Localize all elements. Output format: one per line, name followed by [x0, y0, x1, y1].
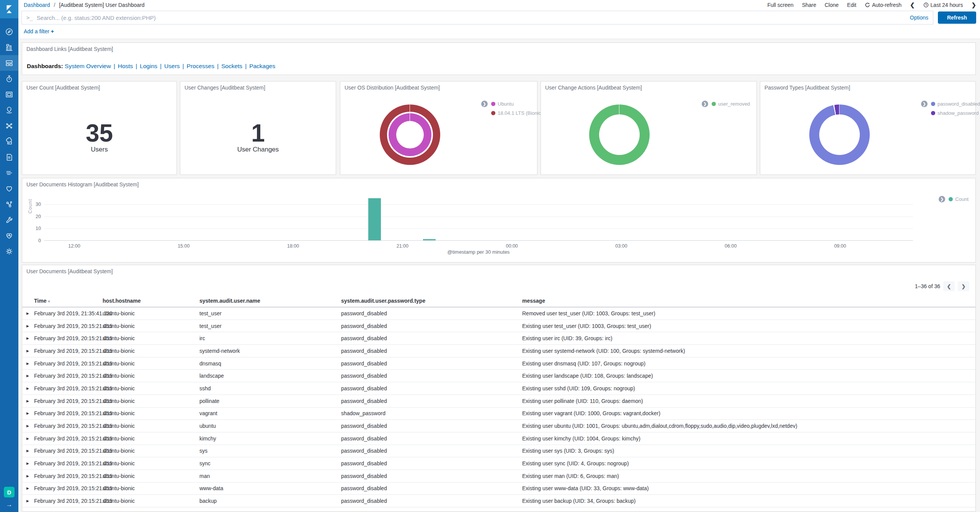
change-actions-donut[interactable] — [589, 104, 650, 165]
expand-row-icon[interactable]: ▶ — [26, 374, 29, 378]
sidebar-item-discover[interactable] — [0, 24, 18, 39]
table-row: ▶February 3rd 2019, 21:35:41.120ubuntu-b… — [22, 307, 975, 320]
time-range-picker[interactable]: Last 24 hours — [923, 2, 963, 8]
user-changes-label: User Changes — [180, 146, 336, 153]
collapse-nav-icon[interactable]: → — [0, 499, 18, 510]
cell-msg: Existing user test_user (UID: 1003, Grou… — [522, 323, 651, 329]
breadcrumb-dashboard-link[interactable]: Dashboard — [24, 2, 50, 8]
time-forward-button[interactable]: ❯ — [971, 2, 976, 8]
sidebar-item-graph[interactable] — [0, 196, 18, 212]
expand-row-icon[interactable]: ▶ — [26, 324, 29, 328]
sidebar-item-apm[interactable] — [0, 165, 18, 181]
expand-row-icon[interactable]: ▶ — [26, 474, 29, 478]
dashboard-link-packages[interactable]: Packages — [249, 63, 275, 69]
cell-time: February 3rd 2019, 20:15:21.015 — [34, 348, 113, 354]
legend-item[interactable]: password_disabled — [931, 101, 980, 107]
histogram-chart: 302010012:0015:0018:0021:0000:0003:0006:… — [44, 194, 913, 241]
column-header-time[interactable]: Time▾ — [34, 298, 50, 304]
cell-time: February 3rd 2019, 20:15:21.015 — [34, 448, 113, 454]
cell-msg: Existing user www-data (UID: 33, Groups:… — [522, 485, 649, 491]
time-back-button[interactable]: ❮ — [910, 2, 915, 8]
table-row: ▶February 3rd 2019, 20:15:21.015ubuntu-b… — [22, 495, 975, 507]
table-row: ▶February 3rd 2019, 20:15:21.015ubuntu-b… — [22, 420, 975, 432]
prev-page-button[interactable]: ❮ — [943, 281, 955, 291]
options-link[interactable]: Options — [910, 15, 928, 21]
sidebar-item-uptime[interactable] — [0, 181, 18, 196]
expand-row-icon[interactable]: ▶ — [26, 461, 29, 465]
sidebar-item-canvas[interactable] — [0, 86, 18, 102]
legend-item[interactable]: Count — [949, 196, 969, 202]
table-row: ▶February 3rd 2019, 20:15:21.015ubuntu-b… — [22, 445, 975, 458]
space-badge[interactable]: D — [4, 487, 15, 497]
sidebar-item-dev-tools[interactable] — [0, 212, 18, 228]
monitoring-icon — [5, 232, 13, 240]
dashboard-link-processes[interactable]: Processes — [187, 63, 214, 69]
legend-toggle-icon[interactable]: ❯ — [702, 101, 708, 107]
sidebar-item-logs[interactable] — [0, 149, 18, 165]
cell-pwd: password_disabled — [341, 348, 387, 354]
add-filter-link[interactable]: Add a filter + — [24, 28, 54, 34]
histogram-bar[interactable] — [423, 239, 436, 240]
expand-row-icon[interactable]: ▶ — [26, 411, 29, 415]
table-row: ▶February 3rd 2019, 20:15:21.015ubuntu-b… — [22, 483, 975, 495]
cell-msg: Removed user test_user (UID: 1003, Group… — [522, 310, 655, 316]
cell-user: vagrant — [199, 410, 217, 416]
expand-row-icon[interactable]: ▶ — [26, 336, 29, 340]
password-types-donut[interactable] — [809, 104, 870, 165]
legend-item[interactable]: shadow_password — [931, 110, 980, 116]
refresh-button[interactable]: Refresh — [938, 11, 976, 24]
expand-row-icon[interactable]: ▶ — [26, 311, 29, 315]
dashboard-link-logins[interactable]: Logins — [140, 63, 157, 69]
column-header-message: message — [522, 298, 545, 304]
expand-row-icon[interactable]: ▶ — [26, 386, 29, 390]
sidebar-item-dashboard[interactable] — [0, 55, 18, 71]
search-input[interactable]: >_ Search... (e.g. status:200 AND extens… — [21, 11, 933, 24]
sidebar-item-machine-learning[interactable] — [0, 118, 18, 134]
sidebar-item-infrastructure[interactable] — [0, 134, 18, 149]
histogram-bar[interactable] — [368, 198, 381, 240]
legend-toggle-icon[interactable]: ❯ — [939, 196, 945, 202]
x-tick: 06:00 — [725, 243, 737, 249]
cell-pwd: password_disabled — [341, 360, 387, 367]
dashboard-link-system-overview[interactable]: System Overview — [65, 63, 111, 69]
next-page-button[interactable]: ❯ — [958, 281, 969, 291]
expand-row-icon[interactable]: ▶ — [26, 486, 29, 490]
dashboard-link-hosts[interactable]: Hosts — [118, 63, 133, 69]
sidebar-item-maps[interactable] — [0, 102, 18, 118]
expand-row-icon[interactable]: ▶ — [26, 437, 29, 440]
auto-refresh-button[interactable]: Auto-refresh — [865, 2, 902, 8]
full-screen-button[interactable]: Full screen — [767, 2, 793, 8]
x-tick: 12:00 — [68, 243, 80, 249]
expand-row-icon[interactable]: ▶ — [26, 449, 29, 453]
table-row: ▶February 3rd 2019, 20:15:21.015ubuntu-b… — [22, 408, 975, 420]
query-bar: >_ Search... (e.g. status:200 AND extens… — [21, 11, 976, 24]
expand-row-icon[interactable]: ▶ — [26, 499, 29, 503]
expand-row-icon[interactable]: ▶ — [26, 424, 29, 428]
edit-button[interactable]: Edit — [847, 2, 856, 8]
panel-title: User Documents [Auditbeat System] — [26, 268, 113, 274]
legend-item[interactable]: user_removed — [712, 101, 750, 107]
legend-toggle-icon[interactable]: ❯ — [481, 101, 488, 107]
expand-row-icon[interactable]: ▶ — [26, 399, 29, 403]
legend-toggle-icon[interactable]: ❯ — [921, 101, 928, 107]
sidebar-item-timelion[interactable] — [0, 71, 18, 86]
dashboard-link-users[interactable]: Users — [164, 63, 180, 69]
cell-pwd: password_disabled — [341, 460, 387, 466]
expand-row-icon[interactable]: ▶ — [26, 349, 29, 353]
sidebar: D → — [0, 0, 18, 512]
clone-button[interactable]: Clone — [825, 2, 839, 8]
panel-title: User Documents Histogram [Auditbeat Syst… — [26, 181, 139, 188]
sidebar-item-monitoring[interactable] — [0, 228, 18, 243]
kibana-logo[interactable] — [0, 0, 18, 18]
cell-host: ubuntu-bionic — [103, 498, 135, 504]
share-button[interactable]: Share — [802, 2, 816, 8]
cell-time: February 3rd 2019, 20:15:21.015 — [34, 373, 113, 379]
plus-icon: + — [51, 28, 54, 34]
x-tick: 21:00 — [397, 243, 408, 249]
user-count-panel: User Count [Auditbeat System] 35 Users — [22, 81, 177, 175]
dashboard-link-sockets[interactable]: Sockets — [221, 63, 242, 69]
expand-row-icon[interactable]: ▶ — [26, 362, 29, 365]
os-distribution-donut[interactable] — [380, 104, 440, 165]
sidebar-item-management[interactable] — [0, 243, 18, 259]
sidebar-item-visualize[interactable] — [0, 39, 18, 55]
